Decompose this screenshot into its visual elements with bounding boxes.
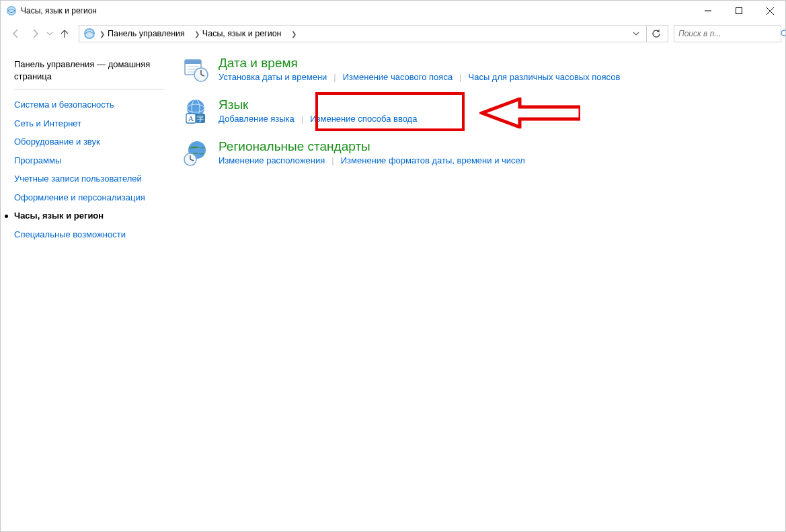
- chevron-right-icon[interactable]: ❯: [291, 30, 297, 38]
- category-language-title[interactable]: Язык: [219, 98, 772, 112]
- sidebar-home[interactable]: Панель управления — домашняя страница: [14, 59, 165, 89]
- category-language: A 字 Язык Добавление языка | Изменение сп…: [182, 98, 772, 124]
- chevron-right-icon[interactable]: ❯: [100, 30, 105, 38]
- search-box[interactable]: [674, 25, 781, 42]
- divider: |: [459, 72, 461, 82]
- recent-dropdown[interactable]: [45, 25, 54, 42]
- maximize-button[interactable]: [723, 1, 754, 21]
- forward-button[interactable]: [26, 25, 44, 42]
- sidebar-item-hardware[interactable]: Оборудование и звук: [14, 136, 165, 148]
- titlebar: Часы, язык и регион: [1, 1, 785, 21]
- svg-point-7: [85, 30, 93, 38]
- category-region-title[interactable]: Региональные стандарты: [219, 139, 772, 154]
- content-area: Дата и время Установка даты и времени | …: [173, 46, 785, 531]
- task-change-input-method[interactable]: Изменение способа ввода: [310, 114, 417, 124]
- svg-text:字: 字: [197, 115, 204, 122]
- svg-point-8: [781, 30, 786, 36]
- svg-text:A: A: [188, 114, 194, 122]
- chevron-right-icon[interactable]: ❯: [194, 30, 200, 38]
- divider: |: [301, 114, 303, 124]
- datetime-icon: [182, 56, 209, 83]
- task-change-location[interactable]: Изменение расположения: [219, 155, 325, 165]
- search-input[interactable]: [678, 29, 780, 38]
- minimize-button[interactable]: [693, 1, 723, 21]
- sidebar-item-programs[interactable]: Программы: [14, 155, 165, 167]
- sidebar-item-system[interactable]: Система и безопасность: [14, 99, 165, 111]
- category-datetime-title[interactable]: Дата и время: [219, 56, 772, 71]
- task-set-datetime[interactable]: Установка даты и времени: [219, 72, 327, 82]
- window-title: Часы, язык и регион: [21, 6, 97, 15]
- back-button[interactable]: [7, 25, 25, 42]
- region-icon: [182, 139, 209, 166]
- main-area: Панель управления — домашняя страница Си…: [1, 46, 785, 531]
- close-button[interactable]: [754, 1, 785, 21]
- task-additional-clocks[interactable]: Часы для различных часовых поясов: [469, 72, 621, 82]
- divider: |: [333, 72, 336, 82]
- sidebar-item-accessibility[interactable]: Специальные возможности: [14, 229, 165, 241]
- address-bar[interactable]: ❯ Панель управления❯ Часы, язык и регион…: [79, 25, 668, 42]
- divider: |: [331, 155, 333, 165]
- sidebar-item-users[interactable]: Учетные записи пользователей: [14, 173, 165, 185]
- app-icon: [6, 5, 17, 16]
- sidebar-item-appearance[interactable]: Оформление и персонализация: [14, 192, 165, 204]
- sidebar: Панель управления — домашняя страница Си…: [1, 46, 173, 531]
- breadcrumb-root[interactable]: Панель управления: [108, 29, 185, 38]
- control-panel-icon: [83, 28, 95, 40]
- svg-rect-11: [185, 60, 201, 64]
- svg-rect-3: [736, 8, 742, 14]
- language-icon: A 字: [182, 98, 209, 124]
- sidebar-item-network[interactable]: Сеть и Интернет: [14, 118, 165, 130]
- category-region: Региональные стандарты Изменение располо…: [182, 139, 772, 166]
- search-icon[interactable]: [780, 29, 786, 38]
- address-dropdown[interactable]: [629, 26, 643, 41]
- category-datetime: Дата и время Установка даты и времени | …: [182, 56, 772, 83]
- task-change-formats[interactable]: Изменение форматов даты, времени и чисел: [341, 155, 525, 165]
- svg-point-1: [8, 7, 15, 15]
- task-add-language[interactable]: Добавление языка: [219, 114, 294, 124]
- nav-row: ❯ Панель управления❯ Часы, язык и регион…: [1, 21, 785, 46]
- refresh-button[interactable]: [646, 26, 665, 42]
- up-button[interactable]: [56, 25, 73, 42]
- breadcrumb-current[interactable]: Часы, язык и регион: [202, 29, 282, 38]
- sidebar-item-clock-lang-region[interactable]: Часы, язык и регион: [14, 210, 165, 222]
- task-change-timezone[interactable]: Изменение часового пояса: [343, 72, 453, 82]
- window-controls: [693, 1, 785, 21]
